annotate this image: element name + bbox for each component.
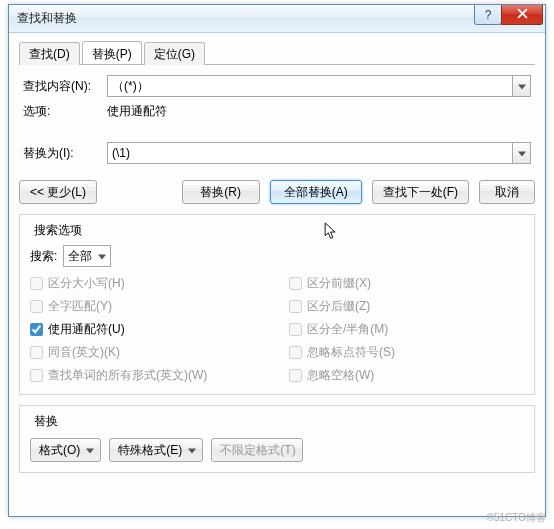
search-scope-select[interactable]: 全部 [63, 245, 111, 267]
close-button[interactable] [501, 5, 543, 25]
chevron-down-icon [98, 249, 106, 263]
search-options-legend: 搜索选项 [30, 222, 86, 239]
tab-replace[interactable]: 替换(P) [82, 41, 142, 64]
find-input[interactable] [107, 75, 513, 97]
chk-whole-word: 全字匹配(Y) [30, 298, 265, 315]
search-scope-label: 搜索: [30, 248, 57, 265]
options-label: 选项: [23, 103, 107, 120]
no-format-button: 不限定格式(T) [211, 438, 302, 462]
replace-dropdown[interactable] [513, 142, 531, 164]
chk-match-suffix: 区分后缀(Z) [289, 298, 524, 315]
chk-match-width: 区分全/半角(M) [289, 321, 524, 338]
title-bar: 查找和替换 ? [9, 5, 545, 33]
replace-all-button[interactable]: 全部替换(A) [270, 180, 362, 204]
tab-goto[interactable]: 定位(G) [144, 42, 205, 65]
chk-all-forms: 查找单词的所有形式(英文)(W) [30, 367, 265, 384]
replace-label: 替换为(I): [23, 145, 107, 162]
replace-format-group: 替换 格式(O) 特殊格式(E) 不限定格式(T) [19, 405, 535, 473]
chevron-down-icon [188, 443, 196, 457]
chk-sounds-like: 同音(英文)(K) [30, 344, 265, 361]
format-button[interactable]: 格式(O) [30, 438, 101, 462]
help-button[interactable]: ? [474, 5, 502, 25]
find-next-button[interactable]: 查找下一处(F) [372, 180, 469, 204]
chevron-down-icon [86, 443, 94, 457]
chk-ignore-space: 忽略空格(W) [289, 367, 524, 384]
replace-legend: 替换 [30, 413, 62, 430]
find-label: 查找内容(N): [23, 78, 107, 95]
help-icon: ? [485, 8, 492, 22]
chevron-down-icon [518, 79, 526, 93]
close-icon [517, 8, 528, 22]
tab-bar: 查找(D) 替换(P) 定位(G) [19, 41, 535, 65]
special-button[interactable]: 特殊格式(E) [109, 438, 203, 462]
chk-match-prefix: 区分前缀(X) [289, 275, 524, 292]
chk-ignore-punct: 忽略标点符号(S) [289, 344, 524, 361]
cancel-button[interactable]: 取消 [479, 180, 535, 204]
replace-one-button[interactable]: 替换(R) [182, 180, 260, 204]
watermark: ©51CTO博客 [487, 511, 546, 525]
options-value: 使用通配符 [107, 103, 167, 120]
search-options-group: 搜索选项 搜索: 全部 区分大小写(H) 区分前缀(X) 全字匹配(Y) 区分后… [19, 214, 535, 395]
tab-find[interactable]: 查找(D) [19, 42, 80, 65]
replace-input[interactable] [107, 142, 513, 164]
dialog-window: 查找和替换 ? 查找(D) 替换(P) 定位(G) 查找内容(N): 选项: [8, 4, 546, 517]
chk-wildcards[interactable]: 使用通配符(U) [30, 321, 265, 338]
find-dropdown[interactable] [513, 75, 531, 97]
window-title: 查找和替换 [17, 10, 77, 27]
search-scope-value: 全部 [68, 248, 92, 265]
chk-match-case: 区分大小写(H) [30, 275, 265, 292]
chevron-down-icon [518, 146, 526, 160]
less-button[interactable]: << 更少(L) [19, 180, 97, 204]
